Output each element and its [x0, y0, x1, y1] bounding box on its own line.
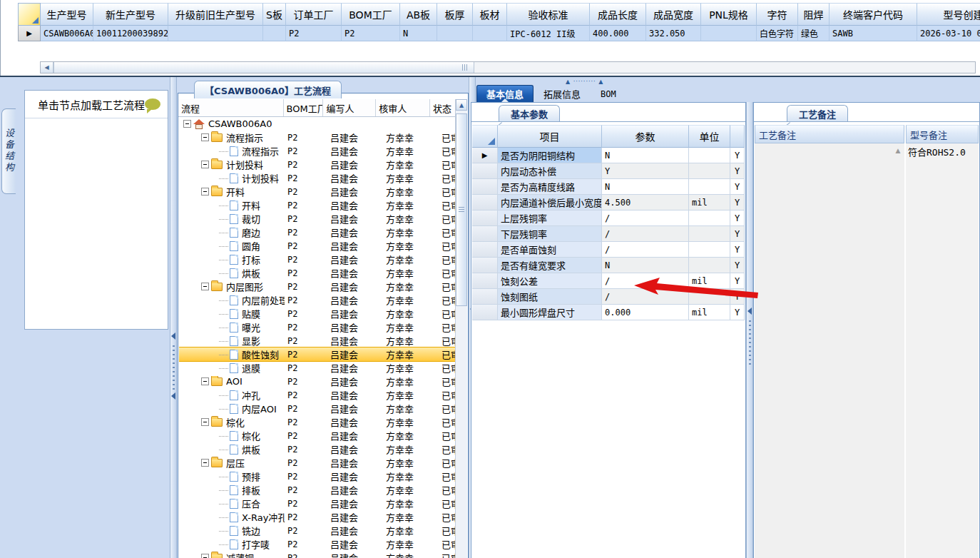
- column-header-bom-factory[interactable]: BOM工厂: [284, 99, 324, 116]
- tree-row[interactable]: 显影P2吕建会方幸幸已审核: [179, 334, 456, 348]
- param-item-cell[interactable]: 最小圆形焊盘尺寸: [498, 305, 602, 320]
- column-header[interactable]: 型号创建: [917, 3, 980, 26]
- tree-node[interactable]: 裁切: [179, 212, 285, 225]
- tree-node[interactable]: 流程指示: [179, 131, 285, 144]
- tree-expander-icon[interactable]: [201, 161, 209, 168]
- tree-node[interactable]: AOI: [179, 376, 285, 387]
- tree-row[interactable]: 打字唛P2吕建会方幸幸已审核: [179, 537, 456, 551]
- tree-expander-icon[interactable]: [183, 120, 191, 128]
- tree-row[interactable]: 曝光P2吕建会方幸幸已审核: [179, 320, 456, 334]
- tab-extended-info[interactable]: 拓展信息: [534, 86, 591, 102]
- column-header[interactable]: PNL规格: [701, 3, 757, 26]
- tree-node[interactable]: 开料: [179, 185, 285, 198]
- column-header-value[interactable]: 参数: [602, 125, 689, 148]
- tree-node[interactable]: CSAWB006A0: [179, 118, 285, 129]
- column-header-unit[interactable]: 单位: [689, 125, 730, 148]
- column-header-writer[interactable]: 编写人: [323, 99, 376, 116]
- tree-node[interactable]: 计划投料: [179, 171, 285, 185]
- tree-node[interactable]: 显影: [179, 334, 285, 348]
- tree-node[interactable]: 曝光: [179, 320, 285, 334]
- param-value-cell[interactable]: /: [602, 226, 689, 242]
- collapse-right-icon[interactable]: [747, 308, 752, 315]
- tree-expander-icon[interactable]: [201, 418, 209, 426]
- tree-node[interactable]: 冲孔: [179, 388, 285, 402]
- tree-row[interactable]: 排板P2吕建会方幸幸已审核: [179, 483, 456, 497]
- tab-basic-params[interactable]: 基本参数: [499, 105, 560, 122]
- tree-expander-icon[interactable]: [201, 188, 209, 196]
- param-row-selector[interactable]: ▶: [472, 148, 498, 163]
- tree-node[interactable]: 压合: [179, 497, 285, 510]
- grid-cell[interactable]: IPC-6012 II级: [507, 26, 590, 41]
- param-row[interactable]: 内层动态补偿YY: [472, 163, 745, 179]
- tab-equipment-structure[interactable]: 设备结构: [1, 108, 16, 194]
- param-row-selector[interactable]: [472, 210, 498, 226]
- column-header-item[interactable]: 项目: [498, 125, 602, 148]
- param-row-selector[interactable]: [472, 163, 498, 179]
- tree-row[interactable]: AOIP2吕建会方幸幸已审核: [179, 375, 456, 388]
- param-item-cell[interactable]: 是否单面蚀刻: [498, 242, 602, 258]
- tree-row[interactable]: 烘板P2吕建会方幸幸已审核: [179, 442, 456, 456]
- tree-row[interactable]: X-Ray冲孔P2吕建会方幸幸已审核: [179, 510, 456, 524]
- param-item-cell[interactable]: 蚀刻公差: [498, 273, 602, 289]
- tree-node[interactable]: 磨边: [179, 225, 285, 239]
- column-header[interactable]: 新生产型号: [93, 3, 168, 26]
- column-header[interactable]: 终端客户代码: [830, 3, 917, 26]
- tree-row[interactable]: 内层图形P2吕建会方幸幸已审核: [179, 280, 456, 293]
- param-item-cell[interactable]: 下层残铜率: [498, 226, 602, 242]
- param-row[interactable]: 最小圆形焊盘尺寸0.000milY: [472, 305, 745, 320]
- param-row[interactable]: 下层残铜率/Y: [472, 226, 745, 242]
- process-flow-tab[interactable]: 【CSAWB006A0】工艺流程: [194, 81, 342, 98]
- tree-row[interactable]: 层压P2吕建会方幸幸已审核: [179, 456, 456, 470]
- tree-row[interactable]: 开料P2吕建会方幸幸已审核: [179, 185, 456, 198]
- tree-node[interactable]: X-Ray冲孔: [179, 510, 285, 524]
- tree-row[interactable]: 圆角P2吕建会方幸幸已审核: [179, 239, 456, 253]
- tree-node[interactable]: 计划投料: [179, 158, 285, 171]
- tree-node[interactable]: 棕化: [179, 415, 285, 429]
- tree-node[interactable]: 预排: [179, 470, 285, 483]
- param-row-selector[interactable]: [472, 289, 498, 305]
- param-item-cell[interactable]: 上层残铜率: [498, 210, 602, 226]
- tree-vertical-scrollbar[interactable]: ▲: [455, 99, 467, 558]
- scroll-up-icon[interactable]: ▲: [456, 99, 467, 111]
- grid-cell[interactable]: 400.000: [590, 26, 646, 41]
- tree-node[interactable]: 开料: [179, 198, 285, 212]
- tree-row[interactable]: 冲孔P2吕建会方幸幸已审核: [179, 388, 456, 402]
- param-item-cell[interactable]: 内层动态补偿: [498, 163, 602, 179]
- tree-node[interactable]: 铣边: [179, 524, 285, 537]
- process-note-textarea[interactable]: ▲: [755, 143, 904, 558]
- column-header[interactable]: 成品宽度: [646, 3, 701, 26]
- tree-row[interactable]: 内层前处理P2吕建会方幸幸已审核: [179, 293, 456, 307]
- tree-row[interactable]: 计划投料P2吕建会方幸幸已审核: [179, 158, 456, 171]
- tree-node[interactable]: 打标: [179, 253, 285, 266]
- param-value-cell[interactable]: N: [602, 258, 689, 273]
- tree-node[interactable]: 层压: [179, 456, 285, 470]
- grid-cell[interactable]: 332.050: [646, 26, 701, 41]
- column-header[interactable]: 板材: [473, 3, 507, 26]
- column-header[interactable]: 阻焊: [798, 3, 830, 26]
- grid-cell[interactable]: CSAWB006A0: [41, 26, 93, 41]
- column-header[interactable]: 板厚: [437, 3, 473, 26]
- param-row[interactable]: ▶是否为阴阳铜结构NY: [472, 148, 745, 163]
- scroll-up-icon-small[interactable]: ▲: [893, 146, 903, 156]
- tree-row[interactable]: CSAWB006A0: [179, 117, 456, 131]
- param-value-cell[interactable]: Y: [602, 163, 689, 179]
- tree-row[interactable]: 压合P2吕建会方幸幸已审核: [179, 497, 456, 510]
- tree-node[interactable]: 减薄铜: [179, 551, 285, 558]
- tree-node[interactable]: 棕化: [179, 429, 285, 442]
- tree-expander-icon[interactable]: [201, 377, 209, 385]
- tree-node[interactable]: 烘板: [179, 442, 285, 456]
- param-value-cell[interactable]: /: [602, 273, 689, 289]
- tree-node[interactable]: 退膜: [179, 361, 285, 375]
- column-header[interactable]: S板: [263, 3, 286, 26]
- param-row[interactable]: 蚀刻图纸/Y: [472, 289, 745, 305]
- grid-cell[interactable]: [701, 26, 757, 41]
- column-header[interactable]: 验收标准: [507, 3, 590, 26]
- tree-row[interactable]: 酸性蚀刻P2吕建会方幸幸已审核: [179, 348, 456, 361]
- tab-process-notes[interactable]: 工艺备注: [787, 105, 848, 122]
- tree-row[interactable]: 流程指示P2吕建会方幸幸已审核: [179, 131, 456, 144]
- tree-expander-icon[interactable]: [201, 283, 209, 290]
- tree-row[interactable]: 棕化P2吕建会方幸幸已审核: [179, 415, 456, 429]
- tree-node[interactable]: 内层前处理: [179, 293, 285, 307]
- grid-cell[interactable]: [473, 26, 507, 41]
- column-header[interactable]: 生产型号: [41, 3, 93, 26]
